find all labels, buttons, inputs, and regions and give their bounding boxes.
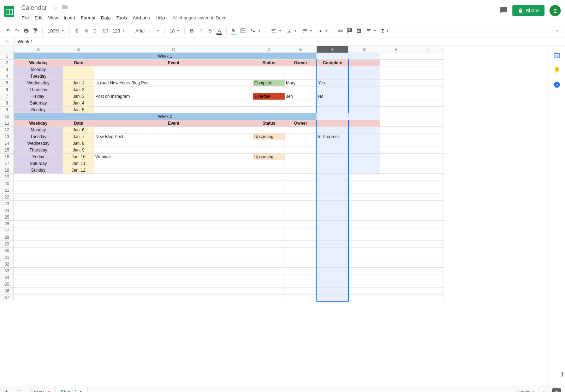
collapse-toolbar-button[interactable] — [553, 26, 561, 35]
cell[interactable] — [380, 167, 412, 174]
cell[interactable]: Jan. 5 — [63, 107, 94, 113]
row-header[interactable]: 34 — [0, 274, 14, 281]
col-header-H[interactable]: H — [380, 46, 412, 53]
col-header-B[interactable]: B — [63, 46, 94, 53]
cell[interactable] — [253, 174, 285, 180]
cell[interactable] — [412, 221, 444, 227]
cell[interactable] — [317, 254, 349, 261]
cell[interactable] — [349, 274, 380, 281]
font-size-select[interactable]: 18▼ — [167, 28, 182, 34]
cell[interactable] — [412, 160, 444, 167]
cell[interactable] — [412, 120, 444, 127]
borders-button[interactable] — [239, 26, 247, 35]
cell[interactable] — [349, 288, 380, 295]
cell[interactable] — [317, 268, 349, 274]
cell[interactable] — [285, 274, 317, 281]
cell[interactable] — [317, 53, 349, 60]
cell[interactable] — [253, 194, 285, 201]
italic-button[interactable]: I — [197, 26, 205, 35]
cell[interactable] — [63, 281, 94, 288]
row-header[interactable]: 8 — [0, 100, 14, 107]
cell[interactable]: Jan. 9 — [63, 147, 94, 154]
cell[interactable] — [317, 194, 349, 201]
cell[interactable] — [412, 268, 444, 274]
fill-color-button[interactable] — [230, 26, 238, 35]
row-header[interactable]: 22 — [0, 194, 14, 201]
cell[interactable] — [349, 248, 380, 254]
cell[interactable] — [14, 180, 63, 187]
cell[interactable] — [94, 87, 253, 93]
cell[interactable]: Thursday — [14, 147, 63, 154]
cell[interactable] — [317, 140, 349, 147]
cell[interactable] — [285, 281, 317, 288]
menu-format[interactable]: Format — [78, 14, 98, 22]
cell[interactable] — [317, 73, 349, 80]
cell[interactable]: Jan. 1 — [63, 80, 94, 87]
cell[interactable] — [412, 147, 444, 154]
menu-help[interactable]: Help — [153, 14, 167, 22]
cell[interactable] — [349, 133, 380, 140]
cell[interactable] — [380, 248, 412, 254]
row-header[interactable]: 12 — [0, 127, 14, 133]
cell[interactable] — [94, 180, 253, 187]
cell[interactable] — [63, 180, 94, 187]
cell[interactable] — [285, 194, 317, 201]
cell[interactable]: Weekday — [14, 120, 63, 127]
cell[interactable] — [63, 201, 94, 207]
row-header[interactable]: 5 — [0, 80, 14, 87]
cell[interactable]: Upcoming — [253, 154, 285, 160]
cell[interactable] — [285, 234, 317, 241]
cell[interactable] — [349, 154, 380, 160]
cell[interactable] — [380, 180, 412, 187]
cell[interactable] — [94, 73, 253, 80]
cell[interactable] — [94, 241, 253, 248]
cell[interactable] — [412, 87, 444, 93]
cell[interactable] — [412, 93, 444, 100]
cell[interactable] — [349, 227, 380, 234]
cell[interactable] — [349, 147, 380, 154]
cell[interactable]: No — [317, 93, 349, 100]
sheet-tab[interactable]: Sheet 2▼ — [56, 386, 88, 392]
cell[interactable]: Jan. 11 — [63, 160, 94, 167]
cell[interactable] — [63, 194, 94, 201]
cell[interactable] — [63, 73, 94, 80]
cell[interactable] — [285, 261, 317, 268]
cell[interactable]: Jen — [285, 93, 317, 100]
cell[interactable] — [380, 207, 412, 214]
cell[interactable] — [285, 295, 317, 301]
cell[interactable] — [412, 234, 444, 241]
cell[interactable] — [94, 100, 253, 107]
add-sheet-button[interactable]: + — [0, 386, 13, 392]
cell[interactable] — [317, 147, 349, 154]
menu-edit[interactable]: Edit — [32, 14, 45, 22]
cell[interactable] — [380, 80, 412, 87]
cell[interactable] — [14, 268, 63, 274]
cell[interactable] — [253, 160, 285, 167]
number-format-select[interactable]: 123▼ — [111, 28, 127, 34]
cell[interactable] — [412, 281, 444, 288]
cell[interactable] — [285, 73, 317, 80]
cell[interactable] — [63, 234, 94, 241]
cell[interactable]: Status — [253, 60, 285, 66]
cell[interactable] — [253, 234, 285, 241]
row-header[interactable]: 31 — [0, 254, 14, 261]
row-header[interactable]: 24 — [0, 207, 14, 214]
row-header[interactable]: 9 — [0, 107, 14, 113]
cell[interactable] — [253, 274, 285, 281]
cell[interactable]: Mary — [285, 80, 317, 87]
cell[interactable] — [94, 274, 253, 281]
cell[interactable]: Week 2 — [14, 113, 317, 120]
cell[interactable] — [317, 274, 349, 281]
row-header[interactable]: 27 — [0, 227, 14, 234]
cell[interactable]: Date — [63, 120, 94, 127]
cell[interactable] — [253, 254, 285, 261]
cell[interactable] — [94, 107, 253, 113]
cell[interactable]: Yes — [317, 80, 349, 87]
cell[interactable]: Upcoming — [253, 133, 285, 140]
cell[interactable]: Weekday — [14, 60, 63, 66]
cell[interactable] — [412, 167, 444, 174]
cell[interactable] — [380, 241, 412, 248]
cell[interactable] — [380, 87, 412, 93]
cell[interactable]: Week 1 — [14, 53, 317, 60]
filter-button[interactable]: ▼ — [364, 28, 379, 34]
